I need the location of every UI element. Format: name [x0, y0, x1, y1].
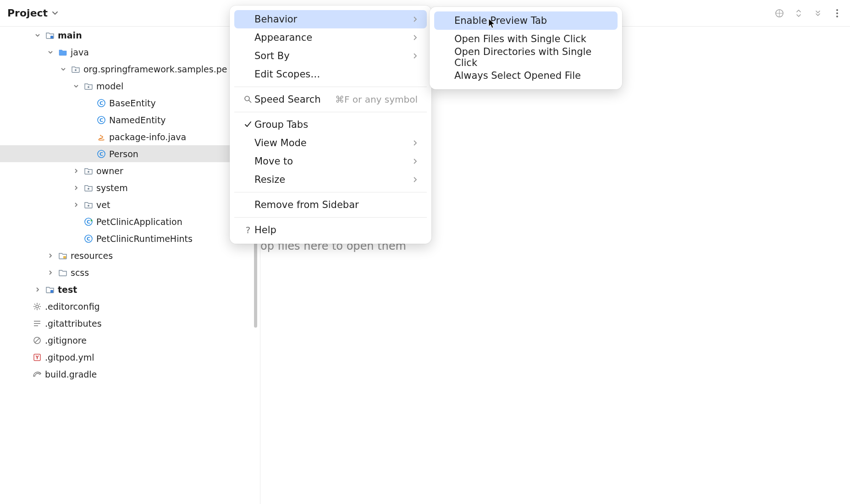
- tree-node-namedentity[interactable]: C NamedEntity: [0, 111, 260, 128]
- text-file-icon: [32, 319, 42, 328]
- header-actions: [774, 8, 843, 19]
- package-folder-icon: [71, 66, 81, 73]
- tree-node-person[interactable]: C Person: [0, 145, 260, 162]
- tree-node-owner[interactable]: owner: [0, 162, 260, 179]
- tree-label: build.gradle: [45, 369, 97, 379]
- source-folder-icon: [58, 49, 68, 56]
- menu-separator: [234, 192, 427, 192]
- svg-text:C: C: [87, 236, 90, 242]
- menu-item-label: View Mode: [254, 137, 413, 148]
- menu-item-label: Group Tabs: [254, 119, 418, 130]
- tree-node-test[interactable]: test: [0, 281, 260, 298]
- tree-node-gitignore[interactable]: .gitignore: [0, 332, 260, 349]
- tree-node-system[interactable]: system: [0, 179, 260, 196]
- tree-label: BaseEntity: [109, 98, 156, 108]
- folder-icon: [58, 269, 68, 276]
- svg-point-18: [88, 205, 89, 207]
- svg-text:C: C: [99, 117, 103, 123]
- tree-node-gitattributes[interactable]: .gitattributes: [0, 315, 260, 332]
- chevron-right-icon: [413, 158, 418, 164]
- tree-node-buildgradle[interactable]: build.gradle: [0, 366, 260, 383]
- help-icon: ?: [242, 225, 254, 236]
- menu-item-enable-preview-tab[interactable]: Enable Preview Tab: [434, 11, 618, 30]
- menu-item-label: Behavior: [254, 14, 413, 25]
- tree-node-packageinfo[interactable]: package-info.java: [0, 128, 260, 145]
- menu-item-open-files-single-click[interactable]: Open Files with Single Click: [434, 30, 618, 48]
- tree-label: vet: [96, 200, 110, 210]
- svg-text:C: C: [99, 151, 103, 157]
- package-folder-icon: [83, 201, 94, 208]
- project-title-dropdown[interactable]: Project: [7, 7, 59, 19]
- svg-rect-6: [50, 36, 53, 38]
- caret-down-icon: [48, 49, 58, 55]
- tree-node-petclinicruntimehints[interactable]: C PetClinicRuntimeHints: [0, 230, 260, 247]
- chevron-right-icon: [413, 16, 418, 22]
- menu-item-appearance[interactable]: Appearance: [234, 28, 427, 47]
- tree-node-baseentity[interactable]: C BaseEntity: [0, 94, 260, 111]
- gear-file-icon: [32, 302, 42, 311]
- menu-item-always-select-opened-file[interactable]: Always Select Opened File: [434, 66, 618, 85]
- resources-folder-icon: [58, 252, 68, 259]
- tree-label: resources: [71, 251, 113, 261]
- svg-line-35: [249, 100, 251, 103]
- chevron-right-icon: [413, 176, 418, 183]
- tool-window-context-menu: Behavior Appearance Sort By Edit Scopes……: [230, 5, 431, 244]
- checkmark-icon: [242, 121, 254, 128]
- tree-node-gitpod[interactable]: Y .gitpod.yml: [0, 349, 260, 366]
- svg-rect-24: [63, 256, 66, 258]
- tree-node-package[interactable]: org.springframework.samples.pe: [0, 60, 260, 77]
- menu-item-label: Speed Search: [254, 94, 335, 105]
- tree-label: .gitignore: [45, 335, 87, 345]
- tree-node-vet[interactable]: vet: [0, 196, 260, 213]
- svg-line-31: [35, 338, 39, 343]
- tree-node-editorconfig[interactable]: .editorconfig: [0, 298, 260, 315]
- select-opened-file-icon[interactable]: [774, 8, 785, 19]
- tree-node-petclinicapplication[interactable]: C PetClinicApplication: [0, 213, 260, 230]
- menu-item-label: Enable Preview Tab: [454, 15, 608, 26]
- menu-item-open-directories-single-click[interactable]: Open Directories with Single Click: [434, 48, 618, 66]
- menu-item-resize[interactable]: Resize: [234, 170, 427, 189]
- menu-item-edit-scopes[interactable]: Edit Scopes…: [234, 65, 427, 83]
- menu-item-speed-search[interactable]: Speed Search ⌘F or any symbol: [234, 90, 427, 109]
- menu-item-remove-from-sidebar[interactable]: Remove from Sidebar: [234, 196, 427, 214]
- more-options-icon[interactable]: [832, 8, 843, 19]
- svg-point-8: [88, 86, 89, 88]
- class-icon: C: [96, 150, 106, 158]
- svg-point-26: [36, 305, 39, 308]
- class-icon: C: [96, 99, 106, 107]
- menu-item-label: Open Files with Single Click: [454, 33, 608, 44]
- caret-down-icon: [73, 83, 83, 89]
- svg-text:C: C: [99, 100, 103, 106]
- tree-label: org.springframework.samples.pe: [83, 64, 227, 74]
- tree-label: .gitpod.yml: [45, 352, 94, 362]
- menu-item-move-to[interactable]: Move to: [234, 152, 427, 170]
- expand-collapse-icon[interactable]: [793, 8, 804, 19]
- tree-node-main[interactable]: main: [0, 27, 260, 44]
- menu-item-label: Resize: [254, 174, 413, 185]
- chevron-right-icon: [413, 34, 418, 41]
- menu-item-view-mode[interactable]: View Mode: [234, 134, 427, 152]
- project-tree: main java org.springframework.samples.pe…: [0, 27, 260, 504]
- chevron-down-icon: [51, 10, 59, 17]
- tree-node-model[interactable]: model: [0, 77, 260, 94]
- tree-node-java[interactable]: java: [0, 44, 260, 60]
- tree-label: scss: [71, 268, 89, 278]
- svg-text:C: C: [87, 219, 90, 225]
- project-title-label: Project: [7, 7, 48, 19]
- menu-item-group-tabs[interactable]: Group Tabs: [234, 115, 427, 134]
- menu-item-help[interactable]: ? Help: [234, 221, 427, 239]
- menu-item-behavior[interactable]: Behavior: [234, 10, 427, 28]
- menu-item-sort-by[interactable]: Sort By: [234, 47, 427, 65]
- module-folder-icon: [45, 32, 55, 39]
- chevron-right-icon: [413, 53, 418, 59]
- module-folder-icon: [45, 286, 55, 293]
- package-folder-icon: [83, 167, 94, 175]
- caret-down-icon: [35, 33, 45, 38]
- tree-label: NamedEntity: [109, 115, 166, 125]
- tree-node-scss[interactable]: scss: [0, 264, 260, 281]
- collapse-all-icon[interactable]: [812, 8, 823, 19]
- java-file-icon: [96, 133, 106, 141]
- yaml-file-icon: Y: [32, 353, 42, 362]
- tree-label: PetClinicApplication: [96, 217, 182, 227]
- tree-node-resources[interactable]: resources: [0, 247, 260, 264]
